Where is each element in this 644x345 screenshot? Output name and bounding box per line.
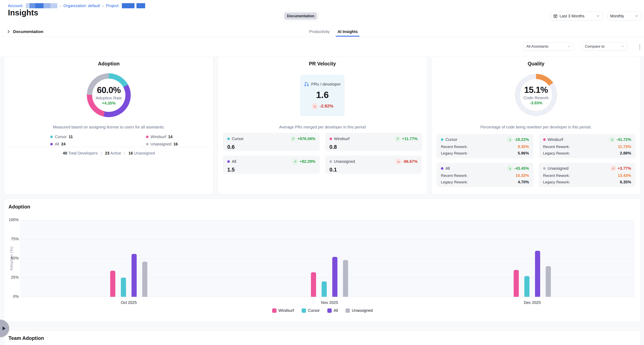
- date-range-select[interactable]: Last 3 Months: [550, 12, 603, 20]
- bar-unassigned-nov-2025: [343, 260, 348, 297]
- pr-velocity-caption: Average PRs merged per developer in this…: [224, 125, 421, 129]
- insights-tabs: ProductivityAI Insights: [309, 27, 358, 36]
- redacted-account-name: [26, 3, 57, 8]
- legacy-rework-row: Legacy Rework:2.88%: [543, 151, 631, 155]
- adoption-summary-card: Adoption 60.0% Adoption Rate +4.35% Meas…: [4, 56, 214, 195]
- redacted-project-name: [136, 3, 145, 8]
- adoption-legend: Cursor11Windsurf14All24Unassigned16: [50, 135, 202, 146]
- code-rework-label: Code Rework: [523, 95, 548, 100]
- donut-center: 15.1% Code Rework -3.83%: [520, 79, 552, 111]
- assistants-filter-select[interactable]: All Assistants: [523, 42, 574, 50]
- adoption-rate-value: 60.0%: [97, 85, 121, 95]
- bar-all-dec-2025: [535, 251, 540, 297]
- assistant-name: Windsurf: [334, 137, 350, 141]
- rework-label: Legacy Rework:: [441, 180, 468, 184]
- documentation-button[interactable]: Documentation: [283, 11, 318, 21]
- series-color-dot: [146, 143, 148, 145]
- organization-breadcrumb-link[interactable]: Organization: default: [64, 3, 100, 8]
- bar-cursor-oct-2025: [121, 278, 126, 297]
- y-tick-label: 75%: [4, 237, 19, 241]
- page-title: Insights: [8, 8, 38, 17]
- legacy-rework-row: Legacy Rework:4.70%: [441, 180, 529, 184]
- tab-productivity[interactable]: Productivity: [309, 27, 330, 36]
- adoption-footer-stats: 40 Total Developers|23 Active|16 Unassig…: [4, 151, 214, 155]
- section-header-row: Documentation ProductivityAI Insights: [0, 27, 644, 37]
- legacy-rework-row: Legacy Rework:5.96%: [441, 151, 529, 155]
- arrow-down-right-icon: ↘: [312, 103, 318, 109]
- rework-value: 2.88%: [620, 151, 631, 155]
- legend-label: Unassigned: [150, 142, 172, 146]
- legend-swatch: [302, 309, 306, 313]
- arrow-down-right-icon: ↘: [507, 166, 513, 171]
- trend-value: +82.29%: [300, 159, 316, 164]
- chart-legend-item-windsurf[interactable]: Windsurf: [272, 308, 294, 313]
- y-tick-label: 50%: [4, 256, 19, 260]
- trend-value: -43.45%: [514, 166, 529, 171]
- assistants-filter-value: All Assistants: [526, 44, 548, 49]
- pr-tile-cursor: Cursor↗+976.59%0.6: [223, 133, 320, 151]
- bar-unassigned-oct-2025: [142, 262, 147, 297]
- adoption-trend-chart-card: Adoption Adoption (%) Oct 2025Nov 2025De…: [4, 199, 641, 322]
- prs-per-developer-value: 0.6: [227, 144, 316, 150]
- footer-separator: |: [124, 151, 125, 155]
- recent-rework-row: Recent Rework:9.35%: [441, 144, 529, 149]
- compare-to-select[interactable]: Compare to: [582, 42, 628, 50]
- footer-stat-label: Unassigned: [133, 151, 155, 155]
- code-rework-value: 15.1%: [524, 85, 548, 95]
- x-tick-label: Oct 2025: [121, 300, 137, 305]
- bar-all-nov-2025: [332, 257, 338, 297]
- x-tick-label: Dec 2025: [524, 300, 541, 305]
- trend-value: -2.82%: [320, 103, 334, 109]
- legend-label: Unassigned: [352, 308, 373, 313]
- tab-ai-insights[interactable]: AI Insights: [338, 27, 358, 36]
- legend-value: 11: [69, 135, 73, 139]
- tile-header: Cursor↗+976.59%: [227, 136, 316, 142]
- more-options-kebab-button[interactable]: [638, 44, 641, 50]
- legend-label: All: [334, 308, 338, 313]
- adoption-donut-chart: 60.0% Adoption Rate +4.35%: [87, 73, 131, 117]
- chart-legend-item-unassigned[interactable]: Unassigned: [346, 308, 373, 313]
- adoption-rate-delta: +4.35%: [102, 101, 116, 105]
- rework-value: 9.35%: [518, 144, 529, 149]
- rework-label: Recent Rework:: [543, 145, 570, 149]
- legend-swatch: [327, 309, 332, 313]
- quality-tile-unassigned: Unassigned↗+3.77%Recent Rework:13.43%Leg…: [539, 163, 636, 187]
- trend-value: +3.77%: [618, 166, 631, 171]
- bar-windsurf-dec-2025: [514, 270, 519, 297]
- pr-metric-delta: ↘-2.82%: [312, 103, 334, 109]
- trend-value: +11.77%: [402, 137, 418, 141]
- rework-label: Recent Rework:: [441, 173, 468, 178]
- section-title[interactable]: Documentation: [13, 29, 43, 34]
- recent-rework-row: Recent Rework:10.32%: [441, 173, 529, 178]
- account-breadcrumb-link[interactable]: Account:: [8, 3, 23, 8]
- series-color-dot: [441, 167, 444, 170]
- assistant-name: Windsurf: [548, 137, 563, 142]
- recent-rework-row: Recent Rework:11.73%: [543, 144, 631, 149]
- bar-cursor-dec-2025: [524, 276, 530, 297]
- arrow-up-right-icon: ↗: [395, 136, 400, 142]
- x-axis-ticks: Oct 2025Nov 2025Dec 2025: [20, 300, 635, 306]
- chevron-down-icon: [567, 45, 571, 48]
- divider: [9, 147, 208, 147]
- rework-label: Legacy Rework:: [543, 151, 570, 155]
- trend-down-badge: ↘-41.72%: [609, 137, 631, 142]
- y-tick-label: 0%: [4, 294, 19, 299]
- legacy-rework-row: Legacy Rework:6.35%: [543, 180, 631, 184]
- tile-header: Unassigned↘-86.67%: [330, 159, 418, 164]
- chart-legend-item-all[interactable]: All: [327, 308, 338, 313]
- prs-per-developer-value: 0.8: [330, 144, 418, 150]
- rework-value: 4.70%: [518, 180, 529, 184]
- legend-value: 24: [61, 142, 66, 146]
- trend-up-badge: ↗+976.59%: [290, 136, 316, 142]
- team-adoption-card: Team Adoption: [4, 330, 641, 345]
- series-color-dot: [543, 138, 546, 141]
- recent-rework-row: Recent Rework:13.43%: [543, 173, 631, 178]
- calendar-icon: [553, 14, 558, 18]
- trend-up-badge: ↗+11.77%: [395, 136, 418, 142]
- granularity-select[interactable]: Monthly: [607, 12, 642, 20]
- project-breadcrumb-link[interactable]: Project:: [106, 3, 120, 8]
- legend-swatch: [346, 309, 350, 313]
- chart-legend-item-cursor[interactable]: Cursor: [302, 308, 320, 313]
- footer-stat-value: 16: [128, 151, 133, 155]
- chevron-right-icon[interactable]: [6, 29, 11, 34]
